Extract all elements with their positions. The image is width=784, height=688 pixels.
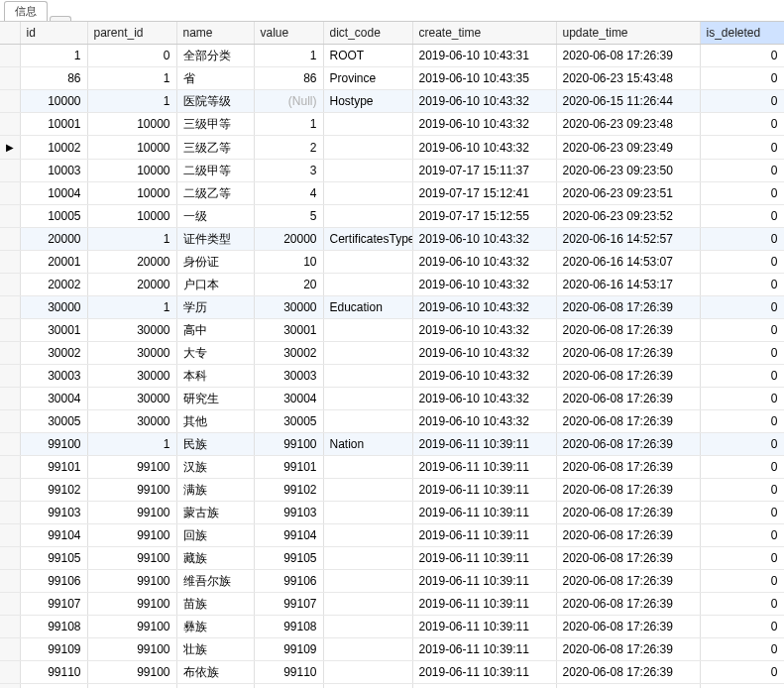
cell-parent-id[interactable]: 20000 — [87, 251, 176, 274]
row-gutter[interactable] — [0, 616, 20, 638]
cell-parent-id[interactable]: 99100 — [87, 684, 176, 689]
cell-parent-id[interactable]: 99100 — [87, 547, 176, 570]
data-grid[interactable]: id parent_id name value dict_code create… — [0, 22, 784, 688]
cell-parent-id[interactable]: 10000 — [87, 182, 176, 205]
cell-name[interactable]: 省 — [176, 67, 254, 90]
cell-name[interactable]: 彝族 — [176, 616, 254, 638]
row-gutter[interactable] — [0, 547, 20, 570]
cell-dict-code[interactable] — [323, 136, 412, 160]
cell-update-time[interactable]: 2020-06-08 17:26:39 — [556, 593, 700, 616]
cell-id[interactable]: 30005 — [20, 410, 87, 433]
cell-parent-id[interactable]: 10000 — [87, 160, 176, 182]
cell-id[interactable]: 86 — [20, 67, 87, 90]
cell-parent-id[interactable]: 0 — [87, 45, 176, 67]
cell-is-deleted[interactable]: 0 — [700, 616, 784, 638]
cell-dict-code[interactable] — [323, 205, 412, 228]
row-gutter[interactable] — [0, 570, 20, 593]
cell-parent-id[interactable]: 1 — [87, 433, 176, 456]
row-gutter[interactable] — [0, 388, 20, 410]
cell-parent-id[interactable]: 1 — [87, 296, 176, 319]
table-row[interactable]: 9910799100苗族991072019-06-11 10:39:112020… — [0, 593, 784, 616]
table-row[interactable]: 9911199100侗族991112019-06-11 10:39:112020… — [0, 684, 784, 689]
row-gutter[interactable] — [0, 160, 20, 182]
cell-id[interactable]: 1 — [20, 45, 87, 67]
row-gutter[interactable] — [0, 296, 20, 319]
cell-dict-code[interactable] — [323, 616, 412, 638]
cell-update-time[interactable]: 2020-06-08 17:26:39 — [556, 479, 700, 502]
cell-parent-id[interactable]: 1 — [87, 67, 176, 90]
cell-dict-code[interactable] — [323, 388, 412, 410]
cell-value[interactable]: 99104 — [254, 524, 323, 547]
cell-update-time[interactable]: 2020-06-08 17:26:39 — [556, 365, 700, 388]
cell-create-time[interactable]: 2019-06-10 10:43:32 — [412, 136, 556, 160]
cell-name[interactable]: 满族 — [176, 479, 254, 502]
cell-value[interactable]: 99110 — [254, 661, 323, 684]
cell-name[interactable]: 二级甲等 — [176, 160, 254, 182]
cell-value[interactable]: 3 — [254, 160, 323, 182]
col-header-is-deleted[interactable]: is_deleted — [700, 22, 784, 45]
cell-parent-id[interactable]: 10000 — [87, 113, 176, 136]
row-gutter[interactable] — [0, 182, 20, 205]
cell-value[interactable]: 30004 — [254, 388, 323, 410]
cell-update-time[interactable]: 2020-06-16 14:53:17 — [556, 274, 700, 296]
cell-value[interactable]: 30005 — [254, 410, 323, 433]
cell-update-time[interactable]: 2020-06-23 09:23:52 — [556, 205, 700, 228]
cell-dict-code[interactable] — [323, 342, 412, 365]
cell-dict-code[interactable]: Hostype — [323, 90, 412, 113]
cell-is-deleted[interactable]: 0 — [700, 67, 784, 90]
cell-create-time[interactable]: 2019-06-11 10:39:11 — [412, 547, 556, 570]
cell-is-deleted[interactable]: 0 — [700, 547, 784, 570]
cell-update-time[interactable]: 2020-06-08 17:26:39 — [556, 410, 700, 433]
cell-name[interactable]: 三级甲等 — [176, 113, 254, 136]
row-gutter[interactable] — [0, 502, 20, 524]
cell-is-deleted[interactable]: 0 — [700, 205, 784, 228]
cell-parent-id[interactable]: 30000 — [87, 342, 176, 365]
table-row[interactable]: ▶1000210000三级乙等22019-06-10 10:43:322020-… — [0, 136, 784, 160]
cell-create-time[interactable]: 2019-06-11 10:39:11 — [412, 616, 556, 638]
cell-parent-id[interactable]: 1 — [87, 228, 176, 251]
cell-update-time[interactable]: 2020-06-08 17:26:39 — [556, 616, 700, 638]
cell-update-time[interactable]: 2020-06-08 17:26:39 — [556, 638, 700, 661]
cell-parent-id[interactable]: 1 — [87, 90, 176, 113]
cell-name[interactable]: 藏族 — [176, 547, 254, 570]
cell-value[interactable]: 1 — [254, 113, 323, 136]
cell-id[interactable]: 99111 — [20, 684, 87, 689]
cell-is-deleted[interactable]: 0 — [700, 296, 784, 319]
cell-id[interactable]: 30004 — [20, 388, 87, 410]
row-gutter[interactable] — [0, 319, 20, 342]
row-gutter[interactable] — [0, 45, 20, 67]
cell-dict-code[interactable] — [323, 524, 412, 547]
cell-id[interactable]: 20000 — [20, 228, 87, 251]
cell-id[interactable]: 10001 — [20, 113, 87, 136]
row-gutter[interactable] — [0, 90, 20, 113]
cell-id[interactable]: 99108 — [20, 616, 87, 638]
table-row[interactable]: 200001证件类型20000CertificatesType2019-06-1… — [0, 228, 784, 251]
cell-create-time[interactable]: 2019-06-10 10:43:35 — [412, 67, 556, 90]
cell-create-time[interactable]: 2019-06-11 10:39:11 — [412, 433, 556, 456]
table-row[interactable]: 9910699100维吾尔族991062019-06-11 10:39:1120… — [0, 570, 784, 593]
table-row[interactable]: 9910899100彝族991082019-06-11 10:39:112020… — [0, 616, 784, 638]
cell-dict-code[interactable] — [323, 479, 412, 502]
cell-update-time[interactable]: 2020-06-08 17:26:39 — [556, 433, 700, 456]
cell-update-time[interactable]: 2020-06-08 17:26:39 — [556, 502, 700, 524]
cell-is-deleted[interactable]: 0 — [700, 136, 784, 160]
cell-dict-code[interactable] — [323, 570, 412, 593]
cell-update-time[interactable]: 2020-06-23 09:23:48 — [556, 113, 700, 136]
cell-id[interactable]: 99110 — [20, 661, 87, 684]
cell-id[interactable]: 99107 — [20, 593, 87, 616]
cell-is-deleted[interactable]: 0 — [700, 684, 784, 689]
cell-name[interactable]: 汉族 — [176, 456, 254, 479]
cell-dict-code[interactable] — [323, 456, 412, 479]
cell-create-time[interactable]: 2019-06-11 10:39:11 — [412, 524, 556, 547]
cell-is-deleted[interactable]: 0 — [700, 638, 784, 661]
cell-create-time[interactable]: 2019-06-11 10:39:11 — [412, 593, 556, 616]
cell-is-deleted[interactable]: 0 — [700, 90, 784, 113]
tab-other[interactable] — [50, 16, 71, 21]
table-row[interactable]: 861省86Province2019-06-10 10:43:352020-06… — [0, 67, 784, 90]
cell-parent-id[interactable]: 99100 — [87, 593, 176, 616]
cell-name[interactable]: 大专 — [176, 342, 254, 365]
cell-update-time[interactable]: 2020-06-23 15:43:48 — [556, 67, 700, 90]
cell-id[interactable]: 10004 — [20, 182, 87, 205]
cell-create-time[interactable]: 2019-06-11 10:39:11 — [412, 661, 556, 684]
row-gutter[interactable] — [0, 433, 20, 456]
